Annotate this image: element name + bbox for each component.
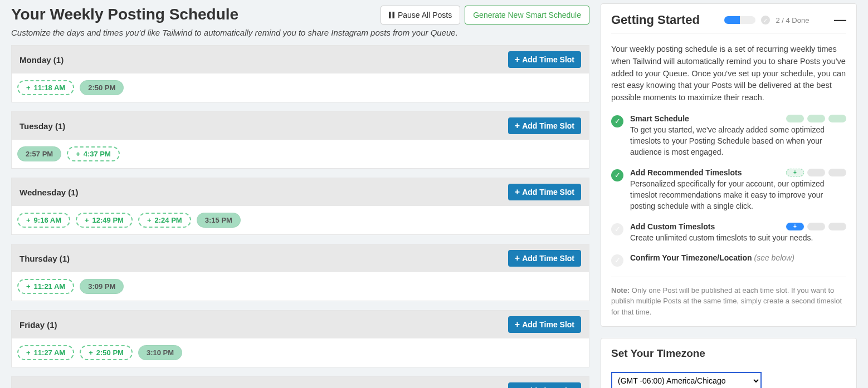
pill-green-icon: [807, 115, 825, 122]
time-slot-time: 11:27 AM: [34, 348, 66, 357]
add-time-slot-button[interactable]: + Add Time Slot: [508, 250, 581, 267]
suggested-time-slot[interactable]: +2:50 PM: [80, 345, 133, 360]
pill-indicator-group: [786, 115, 846, 122]
active-time-slot[interactable]: 2:57 PM: [17, 146, 61, 161]
page-title: Your Weekly Posting Schedule: [11, 6, 238, 23]
time-slot-time: 2:50 PM: [88, 84, 115, 92]
add-time-slot-button[interactable]: + Add Time Slot: [508, 117, 581, 134]
day-header: Wednesday (1)+ Add Time Slot: [12, 178, 589, 206]
add-time-slot-label: Add Time Slot: [522, 320, 574, 329]
progress-text: 2 / 4 Done: [776, 16, 809, 24]
pause-all-button[interactable]: Pause All Posts: [381, 6, 460, 24]
getting-started-item-desc: To get you started, we've already added …: [630, 124, 846, 158]
day-name: Thursday (1): [19, 254, 70, 263]
getting-started-item-title: Add Recommended Timeslots+: [630, 168, 846, 177]
pill-grey-icon: [807, 223, 825, 230]
getting-started-item: ✓Add Recommended Timeslots+Personalized …: [611, 168, 846, 212]
plus-icon: +: [89, 348, 93, 357]
plus-icon: +: [147, 216, 152, 224]
plus-icon: +: [515, 320, 520, 329]
plus-icon: +: [26, 282, 31, 291]
add-time-slot-button[interactable]: + Add Time Slot: [508, 382, 581, 388]
getting-started-card: Getting Started ✓ 2 / 4 Done — Your week…: [601, 3, 857, 327]
time-slot-time: 3:10 PM: [147, 348, 174, 357]
time-slot-time: 3:15 PM: [205, 216, 232, 224]
day-block: Tuesday (1)+ Add Time Slot2:57 PM+4:37 P…: [11, 111, 589, 169]
day-header: Tuesday (1)+ Add Time Slot: [12, 112, 589, 140]
day-block: Monday (1)+ Add Time Slot+11:18 AM2:50 P…: [11, 45, 589, 102]
pill-green-icon: [828, 115, 846, 122]
suggested-time-slot[interactable]: +9:16 AM: [17, 213, 70, 228]
day-block: Thursday (1)+ Add Time Slot+11:21 AM3:09…: [11, 244, 589, 301]
check-done-icon: ✓: [611, 169, 623, 181]
svg-rect-0: [389, 12, 391, 18]
slots-row: +9:16 AM+12:49 PM+2:24 PM3:15 PM: [12, 206, 589, 234]
day-name: Monday (1): [19, 55, 64, 65]
active-time-slot[interactable]: 3:10 PM: [138, 345, 182, 360]
add-time-slot-label: Add Time Slot: [522, 121, 574, 130]
add-time-slot-button[interactable]: + Add Time Slot: [508, 51, 581, 68]
note-text: Note: Only one Post will be published at…: [611, 277, 846, 318]
page-subtitle: Customize the days and times you'd like …: [11, 28, 589, 37]
getting-started-item-body: Confirm Your Timezone/Location (see belo…: [630, 253, 846, 267]
day-header: Friday (1)+ Add Time Slot: [12, 311, 589, 338]
time-slot-time: 4:37 PM: [84, 150, 111, 158]
getting-started-item: ✓Add Custom Timeslots+Create unlimited c…: [611, 222, 846, 243]
pill-green-plus-icon: +: [786, 169, 804, 176]
add-time-slot-button[interactable]: + Add Time Slot: [508, 184, 581, 200]
add-time-slot-label: Add Time Slot: [522, 254, 574, 263]
day-header: Saturday (1)+ Add Time Slot: [12, 377, 589, 388]
day-header: Thursday (1)+ Add Time Slot: [12, 244, 589, 272]
plus-icon: +: [515, 55, 520, 64]
day-block: Wednesday (1)+ Add Time Slot+9:16 AM+12:…: [11, 178, 589, 235]
day-name: Friday (1): [19, 320, 57, 330]
suggested-time-slot[interactable]: +11:27 AM: [17, 345, 74, 360]
time-slot-time: 11:18 AM: [34, 84, 66, 92]
time-slot-time: 9:16 AM: [34, 216, 61, 224]
pause-icon: [389, 12, 394, 18]
suggested-time-slot[interactable]: +11:18 AM: [17, 80, 74, 95]
getting-started-item: ✓Smart ScheduleTo get you started, we've…: [611, 114, 846, 158]
note-label: Note:: [611, 286, 630, 294]
slots-row: 2:57 PM+4:37 PM: [12, 140, 589, 168]
plus-icon: +: [26, 216, 31, 224]
getting-started-item-body: Add Recommended Timeslots+Personalized s…: [630, 168, 846, 212]
active-time-slot[interactable]: 3:15 PM: [197, 213, 241, 228]
slots-row: +11:27 AM+2:50 PM3:10 PM: [12, 338, 589, 367]
pill-indicator-group: +: [786, 223, 846, 230]
getting-started-item: ✓Confirm Your Timezone/Location (see bel…: [611, 253, 846, 267]
timezone-select[interactable]: (GMT -06:00) America/Chicago: [611, 372, 762, 388]
check-icon: ✓: [761, 16, 770, 24]
day-block: Friday (1)+ Add Time Slot+11:27 AM+2:50 …: [11, 310, 589, 367]
day-name: Wednesday (1): [19, 188, 79, 197]
add-time-slot-button[interactable]: + Add Time Slot: [508, 316, 581, 333]
suggested-time-slot[interactable]: +12:49 PM: [76, 213, 133, 228]
plus-icon: +: [26, 84, 31, 92]
active-time-slot[interactable]: 2:50 PM: [80, 80, 124, 95]
time-slot-time: 2:24 PM: [155, 216, 182, 224]
active-time-slot[interactable]: 3:09 PM: [80, 279, 124, 294]
generate-schedule-button[interactable]: Generate New Smart Schedule: [465, 6, 589, 24]
day-name: Tuesday (1): [19, 121, 65, 131]
pill-blue-icon: +: [786, 223, 804, 230]
plus-icon: +: [515, 188, 520, 197]
pill-grey-icon: [828, 169, 846, 176]
time-slot-time: 2:50 PM: [96, 348, 124, 357]
suggested-time-slot[interactable]: +11:21 AM: [17, 279, 74, 294]
check-pending-icon: ✓: [611, 223, 623, 235]
suggested-time-slot[interactable]: +4:37 PM: [67, 146, 120, 161]
getting-started-item-title: Add Custom Timeslots+: [630, 222, 846, 231]
timezone-card: Set Your Timezone (GMT -06:00) America/C…: [601, 338, 857, 388]
pill-indicator-group: +: [786, 169, 846, 176]
pause-all-label: Pause All Posts: [398, 11, 452, 19]
suggested-time-slot[interactable]: +2:24 PM: [138, 213, 191, 228]
day-block: Saturday (1)+ Add Time Slot+11:41 AM2:01…: [11, 376, 589, 388]
note-body: Only one Post will be published at each …: [611, 286, 842, 316]
plus-icon: +: [515, 254, 520, 263]
plus-icon: +: [515, 121, 520, 130]
collapse-icon[interactable]: —: [834, 14, 846, 26]
page-header: Your Weekly Posting Schedule Pause All P…: [11, 3, 589, 27]
day-header: Monday (1)+ Add Time Slot: [12, 46, 589, 73]
add-time-slot-label: Add Time Slot: [522, 55, 574, 64]
time-slot-time: 12:49 PM: [92, 216, 124, 224]
